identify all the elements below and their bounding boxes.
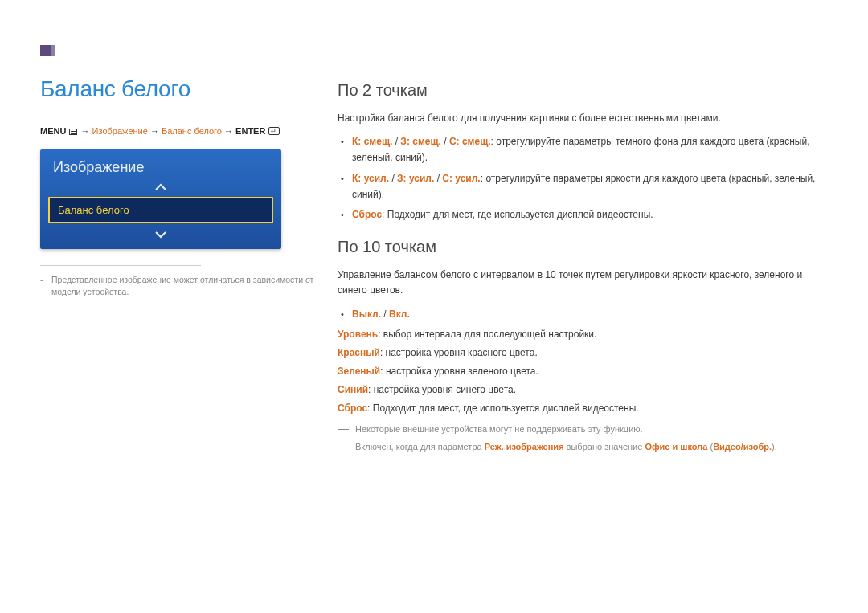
breadcrumb-step1: Изображение bbox=[92, 126, 148, 136]
def-line: Уровень: выбор интервала для последующей… bbox=[338, 327, 828, 343]
def-line: Синий: настройка уровня синего цвета. bbox=[338, 382, 828, 398]
section2-definitions: Уровень: выбор интервала для последующей… bbox=[338, 327, 828, 416]
footnote-seg: выбрано значение bbox=[564, 442, 645, 452]
section2-footnotes: ― Некоторые внешние устройства могут не … bbox=[338, 423, 828, 454]
list-item: К: смещ. / З: смещ. / С: смещ.: отрегули… bbox=[352, 134, 828, 166]
section2-heading: По 10 точкам bbox=[338, 238, 828, 256]
bullet-label: Выкл. bbox=[352, 309, 381, 320]
left-footnote: - Представленное изображение может отлич… bbox=[40, 274, 321, 300]
section1-heading: По 2 точкам bbox=[338, 81, 828, 100]
list-item: К: усил. / З: усил. / С: усил.: отрегули… bbox=[352, 171, 828, 203]
breadcrumb-menu-label: MENU bbox=[40, 126, 66, 136]
footnote: ― Включен, когда для параметра Реж. изоб… bbox=[338, 440, 828, 455]
def-text: настройка уровня красного цвета. bbox=[386, 347, 538, 358]
section1-bullets: К: смещ. / З: смещ. / С: смещ.: отрегули… bbox=[338, 134, 828, 223]
def-text: настройка уровня зеленого цвета. bbox=[386, 366, 538, 377]
def-line: Зеленый: настройка уровня зеленого цвета… bbox=[338, 364, 828, 380]
page-title: Баланс белого bbox=[40, 76, 321, 102]
bullet-label: Вкл. bbox=[389, 309, 410, 320]
bullet-text: Подходит для мест, где используется дисп… bbox=[387, 209, 653, 220]
def-term: Синий bbox=[338, 384, 368, 395]
breadcrumb-arrow: → bbox=[81, 126, 90, 136]
bullet-label: Сброс bbox=[352, 209, 382, 220]
def-line: Красный: настройка уровня красного цвета… bbox=[338, 345, 828, 362]
section1-intro: Настройка баланса белого для получения к… bbox=[338, 111, 828, 126]
section2-bullets: Выкл. / Вкл. bbox=[338, 307, 828, 323]
footnote-seg: Офис и школа bbox=[645, 442, 707, 452]
def-term: Красный bbox=[338, 347, 380, 358]
footnote-seg: Реж. изображения bbox=[485, 442, 564, 452]
breadcrumb-enter-label: ENTER bbox=[235, 126, 265, 136]
def-text: Подходит для мест, где используется дисп… bbox=[373, 403, 639, 414]
enter-icon bbox=[268, 127, 280, 135]
bullet-label: К: усил. bbox=[352, 173, 389, 184]
footnote-dash: ― bbox=[338, 440, 349, 452]
header-divider bbox=[58, 51, 828, 51]
header-accent-block-light bbox=[51, 45, 55, 56]
footnote-text: Некоторые внешние устройства могут не по… bbox=[355, 424, 643, 434]
bullet-label: С: усил. bbox=[442, 173, 480, 184]
def-text: настройка уровня синего цвета. bbox=[374, 384, 516, 395]
breadcrumb: MENU → Изображение → Баланс белого → ENT… bbox=[40, 125, 321, 138]
footnote: ― Некоторые внешние устройства могут не … bbox=[338, 423, 828, 437]
bullet-label: К: смещ. bbox=[352, 136, 392, 147]
breadcrumb-arrow: → bbox=[150, 126, 159, 136]
right-column: По 2 точкам Настройка баланса белого для… bbox=[338, 76, 828, 458]
footnote-dash: - bbox=[40, 274, 43, 287]
def-text: выбор интервала для последующей настройк… bbox=[383, 329, 597, 340]
tv-menu-down-arrow-row[interactable] bbox=[40, 228, 281, 249]
header-accent-block bbox=[40, 45, 51, 56]
left-footnote-text: Представленное изображение может отличат… bbox=[51, 275, 313, 297]
tv-menu-up-arrow-row[interactable] bbox=[40, 181, 281, 197]
chevron-down-icon bbox=[154, 231, 167, 239]
section2-intro: Управление балансом белого с интервалом … bbox=[338, 268, 828, 298]
bullet-label: З: усил. bbox=[397, 173, 434, 184]
left-column: Баланс белого MENU → Изображение → Балан… bbox=[40, 76, 338, 458]
breadcrumb-arrow: → bbox=[224, 126, 233, 136]
def-term: Зеленый bbox=[338, 366, 380, 377]
footnote-dash: ― bbox=[338, 423, 349, 435]
breadcrumb-step2: Баланс белого bbox=[162, 126, 222, 136]
bullet-label: С: смещ. bbox=[449, 136, 491, 147]
list-item: Сброс: Подходит для мест, где использует… bbox=[352, 207, 828, 223]
footnote-seg: ). bbox=[772, 442, 777, 452]
tv-menu-title: Изображение bbox=[40, 149, 281, 181]
def-line: Сброс: Подходит для мест, где использует… bbox=[338, 401, 828, 417]
footnote-seg: Видео/изобр. bbox=[713, 442, 772, 452]
tv-menu-panel: Изображение Баланс белого bbox=[40, 149, 281, 249]
chevron-up-icon bbox=[154, 183, 167, 191]
footnote-seg: Включен, когда для параметра bbox=[355, 442, 485, 452]
tv-menu-selected-item[interactable]: Баланс белого bbox=[48, 197, 273, 223]
def-term: Уровень bbox=[338, 329, 378, 340]
bullet-label: З: смещ. bbox=[400, 136, 441, 147]
def-term: Сброс bbox=[338, 403, 367, 414]
left-divider bbox=[40, 265, 201, 266]
list-item: Выкл. / Вкл. bbox=[352, 307, 828, 323]
menu-icon bbox=[69, 129, 77, 135]
